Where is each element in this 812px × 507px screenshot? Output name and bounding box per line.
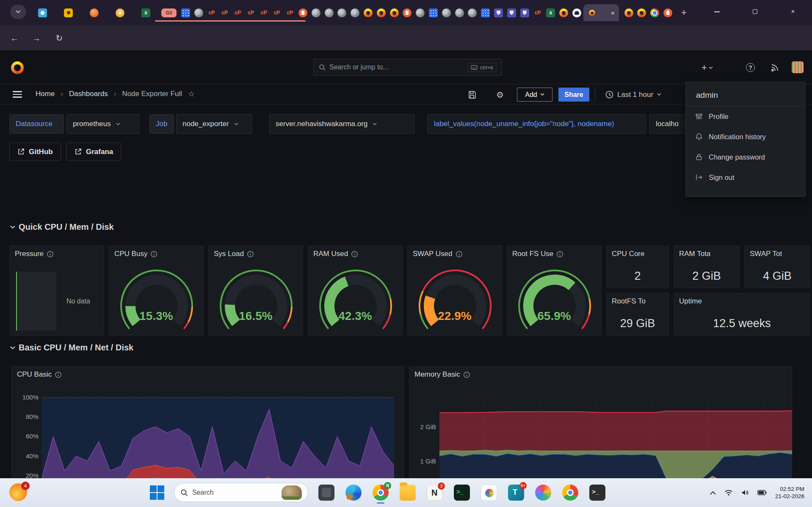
new-item-button[interactable]: + [702, 62, 713, 73]
taskbar-app-notion[interactable]: N3 [425, 483, 444, 502]
info-icon[interactable] [247, 251, 254, 257]
taskbar-app-chrome2[interactable] [561, 483, 580, 502]
network-icon[interactable] [724, 489, 733, 496]
taskbar-app-photos[interactable] [480, 483, 498, 502]
browser-tab[interactable] [81, 6, 107, 20]
minimize-button[interactable] [708, 8, 725, 15]
info-icon[interactable] [55, 372, 61, 378]
browser-tab[interactable] [271, 6, 284, 20]
favorite-star-icon[interactable]: ☆ [188, 89, 195, 99]
browser-tab[interactable] [570, 6, 583, 20]
browser-tab[interactable] [648, 6, 661, 20]
info-icon[interactable] [456, 251, 462, 257]
close-tab-icon[interactable]: × [611, 9, 615, 17]
browser-tab[interactable] [440, 6, 453, 20]
add-button[interactable]: Add [517, 88, 552, 102]
browser-tab[interactable] [401, 6, 414, 20]
browser-tab[interactable] [375, 6, 388, 20]
reload-button[interactable]: ↻ [52, 31, 66, 45]
section-quick-cpu[interactable]: Quick CPU / Mem / Disk [10, 222, 114, 232]
browser-tab[interactable] [518, 6, 531, 20]
share-button[interactable]: Share [558, 88, 589, 102]
taskbar-clock[interactable]: 02:52 PM 21-02-2026 [775, 485, 804, 500]
browser-tab[interactable] [348, 6, 362, 20]
search-input[interactable]: Search or jump to... ctrl+k [313, 59, 502, 76]
taskbar-app-sphere[interactable] [534, 483, 552, 502]
browser-tab[interactable] [283, 6, 296, 20]
browser-tab[interactable] [257, 6, 271, 20]
browser-tab[interactable] [133, 6, 159, 20]
info-icon[interactable] [151, 251, 157, 257]
info-icon[interactable] [464, 372, 470, 378]
variable-value-datasource[interactable]: prometheus [66, 114, 139, 134]
taskbar-app-chrome[interactable]: N [371, 483, 390, 502]
browser-tab[interactable] [531, 6, 544, 20]
close-window-button[interactable]: × [784, 8, 801, 15]
new-tab-button[interactable]: + [681, 7, 687, 18]
browser-tab[interactable] [323, 6, 336, 20]
browser-tab[interactable] [205, 6, 218, 20]
battery-icon[interactable] [757, 490, 767, 495]
browser-tab[interactable] [492, 6, 505, 20]
variable-value-job[interactable]: node_exporter [176, 114, 252, 134]
volume-icon[interactable] [741, 489, 749, 496]
dashboard-settings-button[interactable]: ⚙ [496, 88, 504, 102]
github-link-button[interactable]: GitHub [9, 143, 61, 161]
browser-tab[interactable] [309, 6, 323, 20]
browser-tab[interactable] [505, 6, 518, 20]
panel-stat-ram-tota[interactable]: RAM Tota2 GiB [674, 245, 740, 288]
memory-chart[interactable] [439, 397, 792, 478]
news-rss-icon[interactable] [771, 63, 779, 72]
panel-cpu-basic[interactable]: CPU Basic 100%80%60%40%20%0% 14:0014:101… [11, 366, 404, 478]
panel-memory-basic[interactable]: Memory Basic 2 GiB1 GiB0 B 14:0014:1014:… [409, 366, 792, 478]
browser-tab[interactable] [296, 6, 309, 20]
cpu-chart[interactable] [42, 397, 394, 478]
forward-button[interactable]: → [30, 31, 43, 45]
taskbar-app-dark-square[interactable] [317, 483, 336, 502]
grafana-logo-icon[interactable] [11, 61, 24, 74]
browser-tab[interactable] [107, 6, 133, 20]
panel-stat-swap-tot[interactable]: SWAP Tot4 GiB [744, 245, 810, 288]
browser-tab[interactable] [414, 6, 427, 20]
panel-pressure[interactable]: PressureNo data [9, 245, 104, 336]
panel-gauge-ram-used[interactable]: RAM Used42.3% [308, 245, 403, 336]
variable-query-textbox[interactable]: label_values(node_uname_info{job="node"}… [428, 114, 646, 134]
browser-tab[interactable] [466, 6, 479, 20]
taskbar-search[interactable]: Search [174, 483, 308, 502]
breadcrumb-dashboards[interactable]: Dashboards [69, 90, 108, 98]
menu-toggle-icon[interactable] [13, 91, 22, 99]
grafana-link-button[interactable]: Grafana [66, 143, 121, 161]
chevron-up-icon[interactable] [710, 491, 716, 495]
browser-tab[interactable] [388, 6, 401, 20]
active-tab[interactable]: × [583, 4, 619, 21]
panel-stat-uptime[interactable]: Uptime12.5 weeks [674, 293, 810, 336]
time-range-picker[interactable]: Last 1 hour [605, 88, 661, 102]
browser-tab[interactable]: G3 [159, 6, 179, 20]
menu-item-change-password[interactable]: Change password [686, 147, 805, 167]
browser-tab[interactable] [635, 6, 649, 20]
start-button[interactable] [148, 483, 166, 502]
save-dashboard-button[interactable] [467, 88, 477, 102]
taskbar-app-folder[interactable] [398, 483, 417, 502]
browser-tab[interactable] [218, 6, 231, 20]
browser-tab[interactable] [661, 6, 674, 20]
browser-tab[interactable] [427, 6, 440, 20]
taskbar-app-terminal-dark[interactable]: >_ [588, 483, 607, 502]
browser-tab[interactable] [231, 6, 244, 20]
menu-item-notification-history[interactable]: Notification history [686, 127, 805, 147]
taskbar-app-m365[interactable]: T9+ [507, 483, 525, 502]
restore-button[interactable] [746, 8, 763, 15]
menu-item-sign-out[interactable]: Sign out [686, 167, 805, 187]
menu-item-profile[interactable]: Profile [686, 106, 805, 127]
search-highlight-image[interactable] [282, 485, 302, 500]
browser-tab[interactable] [544, 6, 557, 20]
browser-tab[interactable] [244, 6, 257, 20]
info-icon[interactable] [47, 251, 53, 257]
breadcrumb-home[interactable]: Home [36, 90, 55, 98]
back-button[interactable]: ← [8, 31, 21, 45]
browser-tab[interactable] [557, 6, 570, 20]
panel-stat-cpu-core[interactable]: CPU Core2 [606, 245, 669, 288]
browser-tab[interactable] [453, 6, 466, 20]
browser-tab[interactable] [479, 6, 492, 20]
taskbar-app-terminal[interactable]: >_ [453, 483, 471, 502]
